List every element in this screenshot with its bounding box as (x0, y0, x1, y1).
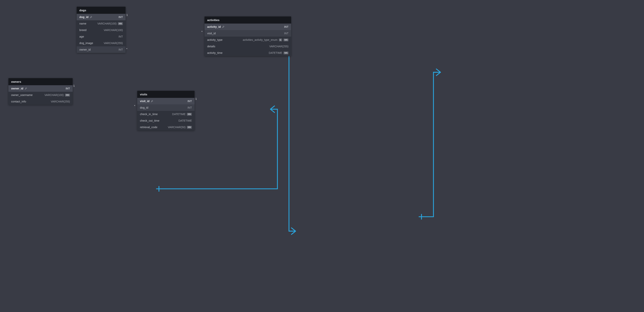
card-activities-visit-many: * (202, 30, 202, 33)
key-icon (90, 16, 92, 18)
key-icon (151, 100, 153, 102)
nn-badge: NN (284, 38, 288, 41)
col-name: owner_username (11, 93, 32, 96)
col-dogs-breed[interactable]: breed VARCHAR(100) (77, 27, 126, 33)
col-name: contact_info (11, 100, 26, 103)
col-type: INT (188, 100, 192, 103)
key-icon (222, 25, 225, 28)
enum-badge: E (279, 38, 282, 41)
table-activities[interactable]: activities activity_id INT visit_id INT … (204, 16, 291, 56)
col-name: details (207, 45, 215, 48)
col-name: activity_time (207, 51, 222, 54)
col-type: INT (118, 48, 123, 51)
col-type: VARCHAR(100) (104, 28, 123, 32)
col-name: dog_image (79, 41, 93, 45)
col-visits-checkin[interactable]: check_in_time DATETIME NN (137, 111, 194, 117)
col-type: VARCHAR(255) (269, 45, 288, 48)
col-type: INT (284, 32, 288, 35)
table-header-dogs[interactable]: dogs (77, 7, 126, 14)
nn-badge: NN (118, 22, 123, 25)
col-type: INT (188, 106, 192, 109)
card-visits-dog-many: * (134, 104, 135, 107)
card-visits-one: 1 (195, 97, 197, 100)
col-type: activities_activity_type_enum (243, 38, 277, 41)
col-activities-details[interactable]: details VARCHAR(255) (204, 43, 291, 50)
col-dogs-owner_id[interactable]: owner_id INT (77, 46, 126, 53)
col-name: check_out_time (140, 119, 160, 122)
col-name: retrieval_code (140, 126, 157, 129)
col-type: DATETIME (178, 119, 192, 122)
nn-badge: NN (187, 126, 192, 129)
col-type: DATETIME (172, 113, 186, 116)
col-visits-dog_id[interactable]: dog_id INT (137, 104, 194, 111)
col-dogs-dog_image[interactable]: dog_image VARCHAR(255) (77, 40, 126, 46)
col-name: breed (79, 28, 86, 32)
nn-badge: NN (65, 94, 70, 96)
col-type: INT (284, 25, 288, 28)
col-activities-type[interactable]: activity_type activities_activity_type_e… (204, 36, 291, 43)
card-dogs-one: 1 (126, 13, 128, 16)
table-header-activities[interactable]: activities (204, 16, 291, 23)
col-name: dog_id (79, 15, 88, 18)
col-type: VARCHAR(50) (168, 126, 186, 129)
col-dogs-name[interactable]: name VARCHAR(100) NN (77, 20, 126, 27)
table-visits[interactable]: visits visit_id INT dog_id INT check_in_… (137, 91, 194, 130)
col-name: name (79, 22, 86, 25)
col-type: INT (66, 87, 70, 90)
col-name: visit_id (207, 32, 216, 35)
col-dogs-dog_id[interactable]: dog_id INT (77, 14, 126, 20)
col-type: VARCHAR(100) (44, 93, 64, 96)
rel-dogs-visits (270, 36, 296, 231)
col-owners-contact[interactable]: contact_info VARCHAR(255) (8, 98, 73, 105)
table-header-visits[interactable]: visits (137, 91, 194, 98)
nn-badge: NN (284, 51, 288, 54)
col-name: activity_type (207, 38, 222, 41)
table-header-owners[interactable]: owners (8, 78, 73, 85)
col-name: dog_id (140, 106, 148, 109)
col-type: VARCHAR(255) (51, 100, 70, 103)
nn-badge: NN (187, 113, 192, 116)
card-dogs-owner-many: * (126, 47, 127, 50)
col-name: age (79, 35, 84, 38)
col-type: DATETIME (269, 51, 282, 54)
col-dogs-age[interactable]: age INT (77, 33, 126, 40)
rel-visits-activities (419, 72, 440, 217)
col-name: owner_id (11, 87, 24, 90)
col-type: VARCHAR(255) (104, 41, 123, 45)
col-name: owner_id (79, 48, 91, 51)
erd-canvas[interactable]: 1 * 1 * 1 * dogs dog_id INT name VARCHAR… (0, 0, 644, 312)
col-name: check_in_time (140, 113, 158, 116)
card-owners-one: 1 (73, 84, 75, 87)
col-type: INT (118, 15, 123, 18)
col-type: VARCHAR(100) (97, 22, 116, 25)
col-activities-time[interactable]: activity_time DATETIME NN (204, 50, 291, 56)
col-owners-owner_id[interactable]: owner_id INT (8, 85, 73, 92)
col-visits-checkout[interactable]: check_out_time DATETIME (137, 117, 194, 124)
col-owners-username[interactable]: owner_username VARCHAR(100) NN (8, 92, 73, 98)
col-activities-visit_id[interactable]: visit_id INT (204, 30, 291, 36)
col-name: visit_id (140, 100, 150, 103)
table-owners[interactable]: owners owner_id INT owner_username VARCH… (8, 78, 73, 105)
col-visits-retrieval[interactable]: retrieval_code VARCHAR(50) NN (137, 124, 194, 130)
col-type: INT (118, 35, 123, 38)
col-activities-activity_id[interactable]: activity_id INT (204, 23, 291, 30)
key-icon (24, 87, 27, 90)
table-dogs[interactable]: dogs dog_id INT name VARCHAR(100) NN bre… (77, 7, 126, 53)
col-name: activity_id (207, 25, 221, 28)
col-visits-visit_id[interactable]: visit_id INT (137, 98, 194, 104)
